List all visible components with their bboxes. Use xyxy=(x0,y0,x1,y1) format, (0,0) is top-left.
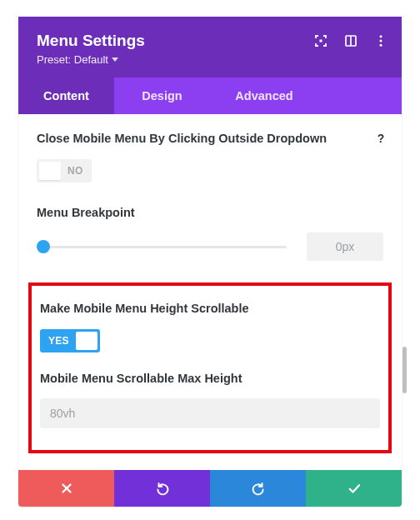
help-icon[interactable]: ? xyxy=(372,129,390,148)
scrollbar[interactable] xyxy=(402,347,407,393)
undo-button[interactable] xyxy=(114,470,210,507)
field-label: Close Mobile Menu By Clicking Outside Dr… xyxy=(37,131,383,148)
panel-footer xyxy=(18,470,402,507)
header-actions xyxy=(313,33,388,48)
toggle-value: NO xyxy=(68,165,83,177)
field-label: Menu Breakpoint xyxy=(37,205,383,222)
toggle-value: YES xyxy=(48,335,69,347)
breakpoint-slider[interactable] xyxy=(37,239,287,254)
tab-design[interactable]: Design xyxy=(114,78,210,114)
panel-layout-icon[interactable] xyxy=(343,33,358,48)
field-label: Mobile Menu Scrollable Max Height xyxy=(40,371,380,388)
focus-icon[interactable] xyxy=(313,33,328,48)
tabs: Content Design Advanced xyxy=(18,78,402,114)
chevron-down-icon xyxy=(112,58,118,62)
svg-point-5 xyxy=(380,44,382,47)
field-max-height: Mobile Menu Scrollable Max Height xyxy=(40,371,380,429)
toggle-scrollable[interactable]: YES xyxy=(40,329,100,352)
toggle-knob xyxy=(76,332,98,350)
field-label: Make Mobile Menu Height Scrollable xyxy=(40,301,380,318)
slider-thumb[interactable] xyxy=(37,240,50,253)
redo-button[interactable] xyxy=(210,470,306,507)
panel-body: ? Close Mobile Menu By Clicking Outside … xyxy=(18,114,402,460)
breakpoint-input[interactable] xyxy=(307,232,383,261)
toggle-close-outside[interactable]: NO xyxy=(37,159,92,182)
slider-track xyxy=(37,246,287,248)
svg-rect-0 xyxy=(320,40,322,42)
toggle-knob xyxy=(39,162,61,180)
max-height-input[interactable] xyxy=(40,398,380,428)
field-scrollable: Make Mobile Menu Height Scrollable YES xyxy=(40,301,380,352)
preset-selector[interactable]: Preset: Default xyxy=(37,53,383,66)
field-close-outside: Close Mobile Menu By Clicking Outside Dr… xyxy=(37,131,383,183)
save-button[interactable] xyxy=(306,470,402,507)
svg-point-4 xyxy=(380,40,382,42)
cancel-button[interactable] xyxy=(18,470,114,507)
svg-point-3 xyxy=(380,35,382,38)
highlighted-group: Make Mobile Menu Height Scrollable YES M… xyxy=(28,282,392,453)
more-vert-icon[interactable] xyxy=(373,33,388,48)
panel-header: Menu Settings Preset: Default xyxy=(18,17,402,78)
tab-content[interactable]: Content xyxy=(18,78,114,114)
field-breakpoint: Menu Breakpoint xyxy=(37,205,383,262)
preset-label: Preset: Default xyxy=(37,53,108,66)
tab-advanced[interactable]: Advanced xyxy=(210,78,318,114)
settings-panel: Menu Settings Preset: Default xyxy=(18,17,402,507)
